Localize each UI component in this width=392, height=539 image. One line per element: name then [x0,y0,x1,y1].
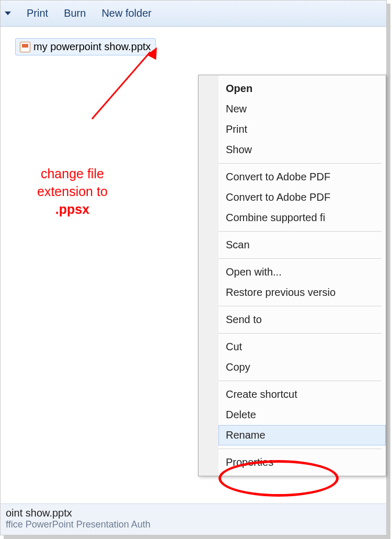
toolbar: Print Burn New folder [1,1,386,27]
chevron-down-icon [5,12,11,15]
toolbar-burn[interactable]: Burn [64,7,86,19]
context-menu-item[interactable]: Open [218,78,386,99]
file-item[interactable]: my powerpoint show.pptx [15,38,156,55]
explorer-window: Print Burn New folder my powerpoint show… [0,0,387,535]
context-menu-item[interactable]: Create shortcut [218,384,386,405]
context-menu-item-label: Show [226,144,252,155]
context-menu-item[interactable]: Open with... [218,262,386,282]
context-menu-item-label: Open with... [226,266,282,278]
context-menu-item-label: Properties [226,456,273,468]
context-menu-item-label: Send to [226,314,262,325]
context-menu-item-label: Print [226,123,247,135]
context-menu-item-label: Open [226,83,252,94]
context-menu-item[interactable]: Cut [218,337,386,357]
annotation-line1: change file [41,166,104,181]
annotation-line3: .ppsx [55,202,89,216]
status-filename: oint show.pptx [6,507,381,519]
context-menu: OpenNewPrintShowConvert to Adobe PDFConv… [198,75,386,476]
status-filetype: ffice PowerPoint Presentation Auth [6,519,381,530]
context-menu-item[interactable]: Convert to Adobe PDF [218,187,386,208]
context-menu-separator [218,449,382,449]
context-menu-separator [218,333,382,334]
context-menu-separator [218,381,382,381]
toolbar-print[interactable]: Print [27,7,48,19]
context-menu-item[interactable]: Scan [218,235,386,255]
context-menu-item-label: Create shortcut [226,388,297,400]
context-menu-item-label: Delete [226,409,256,420]
context-menu-item[interactable]: Properties [218,452,386,473]
toolbar-dropdown[interactable] [5,12,11,15]
context-menu-item-label: New [226,103,247,114]
toolbar-new-folder[interactable]: New folder [101,7,152,19]
context-menu-item-label: Restore previous versio [226,286,336,298]
context-menu-item-label: Scan [226,239,250,250]
context-menu-item-label: Convert to Adobe PDF [226,191,330,203]
context-menu-separator [218,163,382,164]
context-menu-item-label: Cut [226,341,242,352]
context-menu-separator [218,231,382,232]
context-menu-separator [218,306,382,306]
annotation-arrow-line [91,51,151,119]
annotation-line2: extension to [37,184,108,199]
context-menu-item-label: Copy [226,361,250,373]
context-menu-item[interactable]: Convert to Adobe PDF [218,167,386,187]
context-menu-item[interactable]: Print [218,119,386,140]
context-menu-item-label: Convert to Adobe PDF [226,171,330,182]
context-menu-item[interactable]: New [218,99,386,119]
annotation-text: change file extension to .ppsx [37,165,108,218]
context-menu-item[interactable]: Show [218,140,386,160]
file-pane[interactable]: my powerpoint show.pptx change file exte… [1,27,386,508]
status-bar: oint show.pptx ffice PowerPoint Presenta… [1,503,386,535]
file-name-label: my powerpoint show.pptx [33,41,151,53]
context-menu-item[interactable]: Restore previous versio [218,282,386,303]
powerpoint-file-icon [20,42,30,52]
context-menu-item[interactable]: Rename [218,425,386,445]
context-menu-item[interactable]: Combine supported fi [218,208,386,228]
context-menu-item-label: Combine supported fi [226,212,325,223]
context-menu-item-label: Rename [226,429,266,441]
context-menu-separator [218,258,382,259]
context-menu-item[interactable]: Send to [218,309,386,330]
context-menu-item[interactable]: Copy [218,357,386,377]
context-menu-item[interactable]: Delete [218,405,386,425]
